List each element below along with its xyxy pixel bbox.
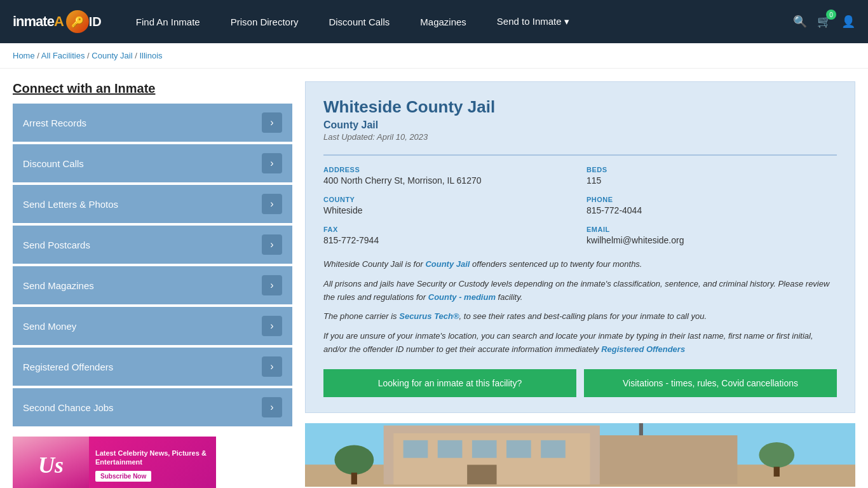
detail-fax: FAX 815-772-7944: [323, 226, 574, 245]
facility-image: [305, 423, 855, 487]
site-header: inmateA 🔑 ID Find An Inmate Prison Direc…: [0, 0, 868, 43]
facility-details: ADDRESS 400 North Cherry St, Morrison, I…: [323, 154, 837, 245]
facility-last-updated: Last Updated: April 10, 2023: [323, 132, 837, 142]
breadcrumb-all-facilities[interactable]: All Facilities: [41, 51, 85, 60]
breadcrumb-illinois[interactable]: Illinois: [139, 51, 162, 60]
sidebar-item-send-letters[interactable]: Send Letters & Photos ›: [13, 185, 292, 223]
nav-send-to-inmate[interactable]: Send to Inmate ▾: [482, 0, 585, 43]
securus-link[interactable]: Securus Tech®: [399, 311, 459, 321]
svg-rect-10: [600, 435, 738, 484]
sidebar-item-send-money[interactable]: Send Money ›: [13, 307, 292, 345]
sidebar-label-send-magazines: Send Magazines: [23, 280, 94, 291]
sidebar-item-send-postcards[interactable]: Send Postcards ›: [13, 226, 292, 264]
desc-paragraph-4: If you are unsure of your inmate's locat…: [323, 330, 837, 356]
registered-offenders-link[interactable]: Registered Offenders: [601, 344, 685, 354]
fax-label: FAX: [323, 226, 574, 233]
arrow-icon-5: ›: [262, 316, 282, 336]
arrow-icon-3: ›: [262, 234, 282, 255]
breadcrumb-home[interactable]: Home: [13, 51, 35, 60]
sidebar-menu: Arrest Records › Discount Calls › Send L…: [13, 104, 292, 426]
email-value: kwilhelmi@whiteside.org: [587, 235, 837, 245]
arrow-icon-2: ›: [262, 194, 282, 214]
cart-badge: 0: [826, 10, 836, 20]
desc-paragraph-1: Whiteside County Jail is for County Jail…: [323, 258, 837, 271]
detail-beds: BEDS 115: [587, 166, 837, 186]
facility-building-svg: [305, 423, 855, 487]
ad-headline: Latest Celebrity News, Pictures & Entert…: [95, 449, 210, 467]
address-value: 400 North Cherry St, Morrison, IL 61270: [323, 175, 574, 186]
logo-text: inmateA: [13, 13, 64, 30]
sidebar-label-send-postcards: Send Postcards: [23, 240, 90, 250]
sidebar-item-arrest-records[interactable]: Arrest Records ›: [13, 104, 292, 142]
visitations-button[interactable]: Visitations - times, rules, Covid cancel…: [584, 369, 837, 397]
sidebar-item-registered-offenders[interactable]: Registered Offenders ›: [13, 348, 292, 386]
sidebar-title: Connect with an Inmate: [13, 81, 292, 96]
breadcrumb-county-jail[interactable]: County Jail: [92, 51, 132, 60]
desc-paragraph-2: All prisons and jails have Security or C…: [323, 278, 837, 304]
logo[interactable]: inmateA 🔑 ID: [13, 10, 102, 33]
phone-label: PHONE: [587, 196, 837, 203]
facility-card: Whiteside County Jail County Jail Last U…: [305, 81, 855, 413]
svg-rect-14: [351, 473, 357, 485]
breadcrumb: Home / All Facilities / County Jail / Il…: [13, 51, 855, 60]
svg-rect-16: [774, 466, 780, 476]
logo-icon: 🔑: [66, 10, 89, 33]
advertisement: Us Latest Celebrity News, Pictures & Ent…: [13, 437, 216, 488]
sidebar-item-second-chance-jobs[interactable]: Second Chance Jobs ›: [13, 388, 292, 426]
detail-address: ADDRESS 400 North Cherry St, Morrison, I…: [323, 166, 574, 186]
svg-rect-5: [438, 440, 463, 458]
phone-value: 815-772-4044: [587, 205, 837, 215]
main-nav: Find An Inmate Prison Directory Discount…: [121, 0, 793, 43]
county-jail-link[interactable]: County Jail: [425, 259, 470, 269]
beds-value: 115: [587, 175, 837, 186]
user-icon[interactable]: 👤: [841, 15, 855, 29]
svg-point-15: [759, 442, 794, 468]
fax-value: 815-772-7944: [323, 235, 574, 245]
sidebar-label-second-chance-jobs: Second Chance Jobs: [23, 402, 114, 413]
ad-subscribe-button[interactable]: Subscribe Now: [95, 471, 151, 482]
arrow-icon-6: ›: [262, 356, 282, 377]
svg-rect-11: [639, 423, 643, 435]
beds-label: BEDS: [587, 166, 837, 173]
arrow-icon-1: ›: [262, 153, 282, 173]
sidebar-label-send-money: Send Money: [23, 321, 76, 332]
svg-rect-4: [403, 440, 428, 458]
sidebar-label-discount-calls: Discount Calls: [23, 158, 84, 169]
ad-image: Us: [13, 437, 89, 488]
find-inmate-button[interactable]: Looking for an inmate at this facility?: [323, 369, 576, 397]
sidebar-label-registered-offenders: Registered Offenders: [23, 362, 113, 372]
search-icon[interactable]: 🔍: [793, 15, 807, 29]
main-layout: Connect with an Inmate Arrest Records › …: [0, 69, 868, 488]
detail-county: COUNTY Whiteside: [323, 196, 574, 215]
arrow-icon-0: ›: [262, 112, 282, 133]
sidebar: Connect with an Inmate Arrest Records › …: [13, 81, 292, 488]
sidebar-label-arrest-records: Arrest Records: [23, 118, 86, 128]
email-label: EMAIL: [587, 226, 837, 233]
county-label: COUNTY: [323, 196, 574, 203]
sidebar-item-send-magazines[interactable]: Send Magazines ›: [13, 266, 292, 304]
sidebar-label-send-letters: Send Letters & Photos: [23, 199, 118, 210]
detail-phone: PHONE 815-772-4044: [587, 196, 837, 215]
svg-rect-7: [506, 440, 531, 458]
logo-suffix: ID: [89, 15, 102, 29]
action-buttons: Looking for an inmate at this facility? …: [323, 369, 837, 397]
svg-point-13: [334, 445, 374, 474]
address-label: ADDRESS: [323, 166, 574, 173]
county-value: Whiteside: [323, 205, 574, 215]
nav-find-inmate[interactable]: Find An Inmate: [121, 0, 215, 43]
svg-rect-6: [472, 440, 497, 458]
desc-paragraph-3: The phone carrier is Securus Tech®, to s…: [323, 310, 837, 323]
county-medium-link[interactable]: County - medium: [428, 292, 496, 302]
svg-rect-8: [541, 440, 566, 458]
content-area: Whiteside County Jail County Jail Last U…: [305, 81, 855, 488]
facility-type: County Jail: [323, 119, 837, 131]
nav-prison-directory[interactable]: Prison Directory: [215, 0, 314, 43]
nav-magazines[interactable]: Magazines: [405, 0, 482, 43]
ad-text-area: Latest Celebrity News, Pictures & Entert…: [89, 444, 216, 487]
sidebar-item-discount-calls[interactable]: Discount Calls ›: [13, 144, 292, 182]
cart-icon[interactable]: 🛒 0: [817, 15, 831, 29]
nav-discount-calls[interactable]: Discount Calls: [313, 0, 405, 43]
facility-title: Whiteside County Jail: [323, 97, 837, 117]
header-icons: 🔍 🛒 0 👤: [793, 15, 855, 29]
arrow-icon-7: ›: [262, 397, 282, 417]
